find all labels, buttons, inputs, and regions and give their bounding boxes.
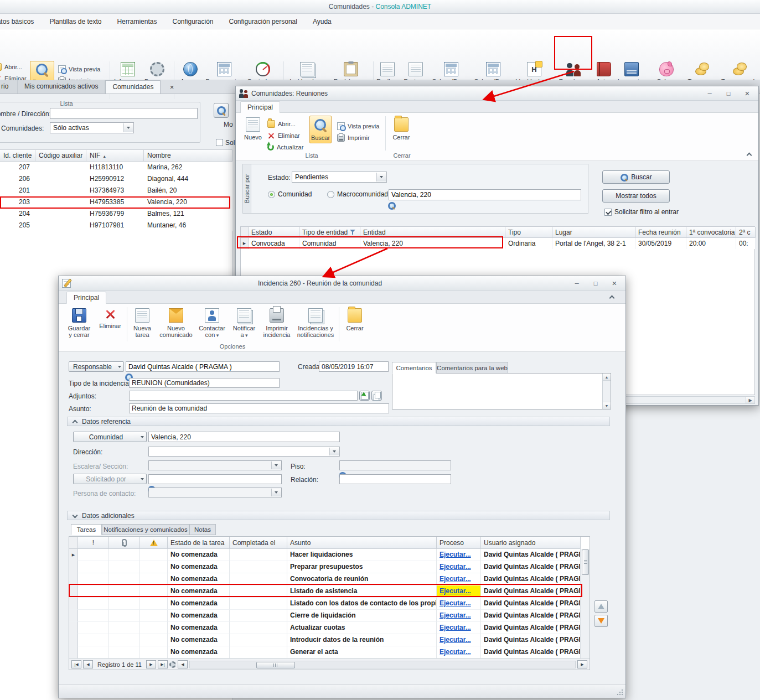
datos-adicionales-section[interactable]: Datos adicionales: [67, 511, 610, 520]
eliminar-button[interactable]: Eliminar: [266, 130, 308, 141]
previous-record-icon[interactable]: ◀: [83, 660, 93, 668]
menu-datos-basicos[interactable]: Datos básicos: [0, 18, 34, 25]
datos-referencia-section[interactable]: Datos referencia: [67, 417, 610, 426]
client-search-button[interactable]: [214, 103, 229, 118]
col-fecha-reunion[interactable]: Fecha reunión: [635, 227, 686, 238]
tarea-row[interactable]: No comenzada Preparar presupuestos Ejecu…: [69, 561, 590, 573]
notificar-a-button[interactable]: Notificar a: [230, 307, 258, 340]
client-row[interactable]: 204H75936799Balmes, 121: [0, 208, 232, 220]
adjuntos-copiar-button[interactable]: [371, 391, 382, 401]
ejecutar-link[interactable]: Ejecutar...: [440, 599, 471, 607]
menu-configuracion-personal[interactable]: Configuración personal: [229, 18, 297, 25]
col-codigo-auxiliar[interactable]: Código auxiliar: [35, 150, 86, 161]
imprimir-button[interactable]: Imprimir: [335, 132, 384, 143]
col-completada[interactable]: Completada el: [230, 537, 287, 549]
tarea-row[interactable]: No comenzada Hacer liquidaciones Ejecuta…: [69, 549, 590, 561]
tab-tareas[interactable]: Tareas: [71, 524, 102, 535]
comunidad-input[interactable]: [148, 432, 340, 442]
move-task-up-button[interactable]: [594, 600, 608, 613]
ejecutar-link-highlighted[interactable]: Ejecutar...: [440, 587, 471, 595]
col-id-cliente[interactable]: Id. cliente: [0, 150, 35, 161]
ejecutar-link[interactable]: Ejecutar...: [440, 624, 471, 631]
ejecutar-link[interactable]: Ejecutar...: [440, 611, 471, 619]
client-row[interactable]: 207H11813110Marina, 262: [0, 162, 232, 173]
mostrar-todos-fragment[interactable]: Mo: [224, 121, 233, 128]
solicitar-filtro-checkbox[interactable]: Solicitar filtro al entrar: [604, 208, 679, 216]
tab-usuario-cut[interactable]: rio: [0, 80, 18, 94]
direccion-select[interactable]: [148, 447, 340, 457]
guardar-cerrar-button[interactable]: Guardar y cerrar: [65, 307, 93, 340]
adjuntos-input[interactable]: [129, 391, 358, 401]
ejecutar-link[interactable]: Ejecutar...: [440, 551, 471, 558]
resize-grip[interactable]: [616, 688, 623, 696]
reuniones-titlebar[interactable]: Comunidades: Reuniones: [236, 86, 758, 101]
comunidad-combo-button[interactable]: Comunidad: [73, 432, 147, 442]
scroll-thumb[interactable]: [256, 662, 295, 668]
escalera-seccion-select[interactable]: [148, 460, 282, 470]
filter-funnel-icon[interactable]: [350, 229, 356, 235]
menu-plantillas[interactable]: Plantillas de texto: [49, 18, 101, 25]
asunto-input[interactable]: [129, 403, 389, 413]
scroll-down-icon[interactable]: ▼: [603, 402, 611, 409]
tarea-row[interactable]: No comenzada Actualizar cuotas Ejecutar.…: [69, 622, 590, 634]
col-lugar[interactable]: Lugar: [552, 227, 635, 238]
estado-select[interactable]: Pendientes: [292, 172, 387, 183]
col-estado[interactable]: Estado: [249, 227, 299, 238]
cerrar-button[interactable]: Cerrar: [342, 307, 368, 333]
ejecutar-link[interactable]: Ejecutar...: [440, 575, 471, 583]
next-record-icon[interactable]: ▶: [146, 660, 156, 668]
cerrar-button[interactable]: Cerrar: [389, 116, 413, 142]
col-2a-convocatoria[interactable]: 2ª c: [736, 227, 756, 238]
search-icon[interactable]: [387, 201, 395, 209]
client-row[interactable]: 206H25990912Diagonal, 444: [0, 173, 232, 185]
tareas-vscrollbar[interactable]: [581, 549, 590, 658]
maximize-icon[interactable]: [588, 278, 603, 288]
close-icon[interactable]: [740, 89, 755, 98]
menu-ayuda[interactable]: Ayuda: [313, 18, 332, 25]
move-task-down-button[interactable]: [594, 615, 608, 627]
solicitar-filtro-checkbox-fragment[interactable]: [216, 139, 223, 146]
collapse-ribbon-icon[interactable]: [746, 152, 752, 157]
responsable-combo-button[interactable]: Responsable: [69, 361, 124, 372]
col-adjunto[interactable]: [109, 537, 140, 549]
scroll-up-icon[interactable]: ▲: [603, 374, 611, 381]
col-alerta[interactable]: [140, 537, 168, 549]
eliminar-button[interactable]: Eliminar: [97, 307, 123, 331]
ribbon-vista-previa-button[interactable]: Vista previa: [56, 64, 107, 75]
tab-close-icon[interactable]: ×: [167, 82, 176, 91]
tarea-row[interactable]: No comenzada Introducir datos de la reun…: [69, 634, 590, 646]
nuevo-comunicado-button[interactable]: Nuevo comunicado: [158, 307, 194, 340]
client-row[interactable]: 201H37364973Bailén, 20: [0, 185, 232, 196]
col-nif[interactable]: NIF: [86, 150, 144, 161]
scroll-right-icon[interactable]: ▶: [746, 397, 754, 403]
nombre-direccion-input[interactable]: [50, 108, 198, 119]
buscar-button[interactable]: Buscar: [309, 116, 332, 143]
comentarios-textarea[interactable]: ▲ ▼: [392, 373, 611, 409]
adjuntos-importar-button[interactable]: [359, 391, 370, 401]
tab-principal[interactable]: Principal: [66, 292, 106, 304]
radio-macrocomunidad[interactable]: Macrocomunidad: [327, 190, 388, 198]
reunion-row-convocada[interactable]: Convocada Comunidad Valencia, 220 Ordina…: [241, 238, 754, 249]
creada-input[interactable]: [319, 361, 389, 372]
col-nombre[interactable]: Nombre: [144, 150, 232, 161]
entidad-search-input[interactable]: [389, 189, 581, 200]
menu-configuracion[interactable]: Configuración: [172, 18, 213, 25]
responsable-input[interactable]: [126, 361, 280, 372]
relacion-input[interactable]: [339, 474, 451, 484]
tarea-row[interactable]: No comenzada Cierre de liquidación Ejecu…: [69, 610, 590, 622]
col-tipo[interactable]: Tipo: [505, 227, 552, 238]
incidencia-titlebar[interactable]: Incidencia 260 - Reunión de la comunidad: [59, 276, 625, 291]
tarea-row[interactable]: No comenzada Listado con los datos de co…: [69, 598, 590, 610]
contactar-con-button[interactable]: Contactar con: [196, 307, 228, 340]
solicitado-por-combo-button[interactable]: Solicitado por: [73, 474, 147, 484]
persona-contacto-select[interactable]: [148, 488, 282, 497]
minimize-icon[interactable]: [702, 89, 717, 98]
ejecutar-link[interactable]: Ejecutar...: [440, 648, 471, 656]
maximize-icon[interactable]: [721, 89, 736, 98]
hscroll-right-icon[interactable]: ▶: [577, 660, 587, 668]
tab-mis-comunicados[interactable]: Mis comunicados activos: [18, 80, 105, 94]
radio-comunidad[interactable]: Comunidad: [268, 190, 312, 198]
nueva-tarea-button[interactable]: Nueva tarea: [130, 307, 155, 340]
comentarios-vscrollbar[interactable]: ▲ ▼: [602, 374, 611, 409]
minimize-icon[interactable]: [569, 278, 585, 288]
